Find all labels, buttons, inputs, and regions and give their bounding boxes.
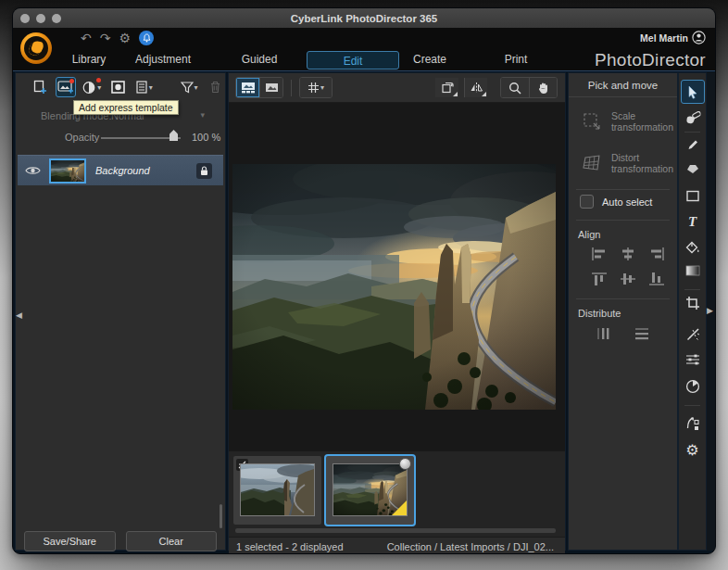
strip-separator bbox=[684, 132, 700, 133]
align-bottom-icon[interactable] bbox=[648, 272, 665, 286]
zoom-window-button[interactable] bbox=[52, 14, 61, 23]
add-mask-button[interactable] bbox=[108, 77, 128, 97]
bell-icon bbox=[143, 33, 151, 43]
filmstrip bbox=[229, 450, 565, 537]
close-button[interactable] bbox=[20, 14, 30, 23]
text-tool-button[interactable]: T bbox=[688, 214, 697, 230]
pointer-icon bbox=[686, 85, 699, 99]
clear-button[interactable]: Clear bbox=[126, 531, 218, 551]
gradient-tool-button[interactable] bbox=[685, 265, 700, 276]
traffic-lights bbox=[20, 14, 61, 23]
thumbnail-photo[interactable] bbox=[241, 464, 314, 515]
redo-button[interactable]: ↷ bbox=[100, 31, 111, 45]
add-layer-button[interactable] bbox=[30, 77, 49, 97]
distribute-horizontal-icon[interactable] bbox=[596, 326, 613, 341]
thumbnail-photo[interactable] bbox=[333, 464, 407, 515]
tab-create[interactable]: Create bbox=[413, 53, 446, 66]
filmstrip-scrollbar[interactable] bbox=[235, 528, 556, 533]
layers-scrollbar[interactable] bbox=[220, 504, 222, 528]
pan-tool-button[interactable] bbox=[529, 78, 557, 97]
layer-thumbnail[interactable] bbox=[49, 158, 86, 184]
magnifier-icon bbox=[508, 82, 521, 95]
align-center-icon[interactable] bbox=[620, 247, 636, 261]
preferences-gear-icon[interactable]: ⚙ bbox=[119, 31, 131, 45]
align-middle-icon[interactable] bbox=[620, 272, 636, 286]
selection-status: 1 selected - 2 displayed bbox=[236, 541, 344, 552]
collapse-right-panel-handle[interactable]: ▶ bbox=[707, 306, 713, 315]
view-mode-single-button[interactable] bbox=[259, 78, 282, 97]
tab-guided[interactable]: Guided bbox=[242, 53, 278, 66]
express-template-flag bbox=[392, 500, 407, 515]
edit-canvas[interactable] bbox=[229, 103, 565, 450]
opacity-slider[interactable] bbox=[101, 137, 181, 139]
opacity-slider-thumb[interactable] bbox=[169, 130, 178, 141]
pick-move-tool-button[interactable] bbox=[681, 80, 705, 104]
add-express-template-button[interactable] bbox=[56, 77, 75, 97]
distort-transformation-button[interactable]: Distort transformation bbox=[582, 152, 673, 174]
distribute-section-label: Distribute bbox=[578, 308, 621, 319]
zoom-tool-button[interactable] bbox=[501, 78, 529, 97]
align-left-icon[interactable] bbox=[591, 247, 608, 261]
scale-transformation-button[interactable]: Scale transformation bbox=[582, 110, 673, 133]
filmstrip-thumbnail-1[interactable] bbox=[233, 456, 321, 525]
rotate-button[interactable] bbox=[435, 78, 458, 97]
divider bbox=[576, 189, 670, 190]
layer-menu-button[interactable]: ▾ bbox=[134, 77, 154, 97]
sliders-icon bbox=[685, 353, 700, 366]
adjustment-tool-button[interactable] bbox=[685, 353, 700, 366]
auto-select-option[interactable]: Auto select bbox=[580, 195, 652, 209]
trash-icon bbox=[209, 81, 221, 94]
notifications-button[interactable] bbox=[139, 31, 154, 45]
user-account[interactable]: Mel Martin bbox=[640, 31, 706, 44]
funnel-icon bbox=[181, 82, 194, 94]
canvas-photo[interactable] bbox=[232, 164, 556, 410]
auto-select-checkbox[interactable] bbox=[580, 195, 594, 209]
magic-fix-tool-button[interactable] bbox=[685, 327, 700, 342]
opacity-label: Opacity bbox=[65, 132, 99, 143]
tab-print[interactable]: Print bbox=[505, 53, 528, 66]
corner-caret-icon bbox=[453, 92, 458, 96]
tool-options-panel: Pick and move Scale transformation Disto bbox=[568, 72, 678, 551]
tab-edit[interactable]: Edit bbox=[307, 51, 399, 70]
export-layers-tool-button[interactable] bbox=[685, 415, 699, 431]
view-mode-filmstrip-button[interactable] bbox=[236, 78, 259, 97]
layer-lock-badge[interactable] bbox=[196, 163, 212, 179]
distribute-vertical-icon[interactable] bbox=[634, 326, 650, 341]
shape-tool-button[interactable] bbox=[685, 190, 699, 202]
divider bbox=[576, 220, 670, 221]
app-header: ↶ ↷ ⚙ Mel Martin bbox=[13, 28, 715, 50]
tab-library[interactable]: Library bbox=[72, 53, 107, 66]
content-aware-removal-tool-button[interactable] bbox=[684, 111, 700, 126]
settings-gear-button[interactable]: ⚙ bbox=[685, 441, 698, 459]
minimize-button[interactable] bbox=[36, 14, 45, 23]
user-name: Mel Martin bbox=[640, 32, 688, 44]
filter-layers-button[interactable]: ▾ bbox=[179, 77, 198, 97]
tab-adjustment[interactable]: Adjustment bbox=[135, 53, 191, 66]
opacity-row: Opacity 100 % bbox=[16, 129, 225, 147]
flip-button[interactable] bbox=[464, 78, 487, 97]
fill-tool-button[interactable] bbox=[685, 241, 700, 255]
grid-overlay-button[interactable]: ▾ bbox=[300, 78, 332, 97]
save-share-button[interactable]: Save/Share bbox=[24, 531, 116, 551]
right-edge-strip: ▶ bbox=[707, 72, 715, 551]
gradient-icon bbox=[685, 265, 700, 276]
undo-button[interactable]: ↶ bbox=[81, 31, 92, 45]
cyberlink-logo-icon bbox=[20, 32, 52, 64]
align-top-icon[interactable] bbox=[591, 272, 608, 286]
add-adjustment-layer-button[interactable]: ▾ bbox=[82, 77, 102, 97]
pie-circle-icon bbox=[685, 379, 700, 394]
layer-row-background[interactable]: Background bbox=[18, 155, 223, 185]
filmstrip-thumbnail-2-selected[interactable] bbox=[326, 456, 414, 525]
color-tool-button[interactable] bbox=[685, 379, 700, 394]
align-right-icon[interactable] bbox=[648, 247, 665, 261]
eraser-tool-button[interactable] bbox=[686, 163, 699, 174]
collapse-left-panel-handle[interactable]: ◀ bbox=[16, 310, 22, 320]
breadcrumb[interactable]: Collection / Latest Imports / DJI_02... bbox=[387, 541, 554, 552]
crop-tool-button[interactable] bbox=[685, 296, 700, 310]
layer-visibility-eye-icon[interactable] bbox=[25, 165, 41, 176]
eraser-icon bbox=[686, 163, 699, 174]
delete-layer-button[interactable] bbox=[206, 77, 225, 97]
viewer-panel: ▾ bbox=[228, 72, 566, 551]
opacity-value: 100 % bbox=[192, 132, 220, 143]
pen-tool-button[interactable] bbox=[685, 138, 699, 152]
